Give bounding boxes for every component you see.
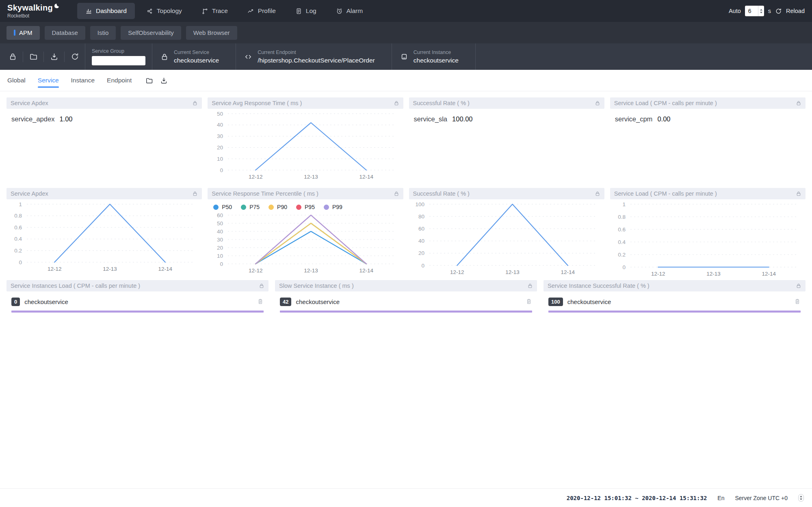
- nav-item-dashboard[interactable]: Dashboard: [77, 3, 135, 19]
- nav-item-profile[interactable]: Profile: [239, 3, 284, 19]
- folder-icon[interactable]: [23, 52, 43, 61]
- tab-service[interactable]: Service: [38, 70, 59, 91]
- reload-button[interactable]: Reload: [786, 8, 805, 14]
- refresh-icon[interactable]: [65, 52, 85, 61]
- metrics-row-1: Service Apdex service_apdex 1.00 Service…: [6, 97, 806, 182]
- card-header: Service Instances Load ( CPM - calls per…: [6, 280, 269, 291]
- lock-icon[interactable]: [595, 100, 600, 106]
- svg-text:0.2: 0.2: [14, 248, 22, 254]
- selector-value: /hipstershop.CheckoutService/PlaceOrder: [258, 57, 375, 64]
- nav-item-alarm[interactable]: Alarm: [328, 3, 371, 19]
- legend-item-p99[interactable]: P99: [324, 204, 342, 210]
- chart-area: 02040608010012-1212-1312-14: [409, 199, 604, 281]
- svg-text:12-14: 12-14: [762, 271, 776, 277]
- svg-text:0: 0: [220, 261, 223, 267]
- svg-text:20: 20: [217, 145, 223, 151]
- svg-text:12-13: 12-13: [103, 266, 117, 272]
- card-title: Service Avg Response Time ( ms ): [212, 100, 302, 106]
- lock-icon[interactable]: [796, 100, 801, 106]
- legend-dot: [213, 205, 219, 210]
- metric-value-row: service_apdex 1.00: [6, 109, 202, 129]
- lock-icon[interactable]: [527, 283, 533, 289]
- svg-text:80: 80: [418, 214, 424, 220]
- lock-icon[interactable]: [796, 283, 801, 289]
- app-logo[interactable]: Skywalking Rocketbot: [7, 4, 59, 18]
- metric-name: service_apdex: [11, 115, 54, 123]
- service-group-field: Service Group: [85, 48, 152, 65]
- selector-current-instance[interactable]: Current Instancecheckoutservice: [392, 43, 475, 70]
- svg-text:12-12: 12-12: [249, 268, 263, 274]
- selector-current-service[interactable]: Current Servicecheckoutservice: [152, 43, 236, 70]
- lock-icon[interactable]: [595, 191, 600, 196]
- language-toggle[interactable]: En: [717, 495, 724, 501]
- lock-icon[interactable]: [796, 191, 801, 196]
- legend-item-p95[interactable]: P95: [296, 204, 315, 210]
- legend-item-p75[interactable]: P75: [241, 204, 260, 210]
- nav-item-label: Dashboard: [96, 7, 127, 15]
- instance-name: checkoutservice: [567, 298, 611, 305]
- instance-row: 100checkoutservice: [548, 296, 801, 307]
- service-group-input[interactable]: [92, 56, 145, 65]
- lock-icon[interactable]: [2, 52, 23, 61]
- scope-tabs: GlobalServiceInstanceEndpoint: [7, 70, 144, 91]
- group-button-database[interactable]: Database: [45, 26, 85, 40]
- metric-value: 1.00: [59, 115, 72, 123]
- group-button-web-browser[interactable]: Web Browser: [186, 26, 237, 40]
- server-zone-stepper[interactable]: [798, 494, 804, 502]
- card-header: Service Load ( CPM - calls per minute ): [610, 97, 806, 109]
- group-button-selfobservability[interactable]: SelfObservability: [121, 26, 181, 40]
- download-icon[interactable]: [44, 52, 64, 61]
- auto-label: Auto: [729, 8, 741, 14]
- logo-subtitle: Rocketbot: [7, 13, 59, 18]
- reload-icon[interactable]: [775, 8, 782, 15]
- svg-text:12-14: 12-14: [359, 174, 374, 180]
- selector-label: Current Endpoint: [258, 50, 375, 55]
- logo-title: Skywalking: [7, 4, 53, 12]
- nav-item-log[interactable]: Log: [287, 3, 325, 19]
- tab-endpoint[interactable]: Endpoint: [107, 70, 132, 91]
- lock-icon[interactable]: [192, 100, 198, 106]
- svg-text:0: 0: [421, 263, 424, 269]
- chart-area: 00.20.40.60.8112-1212-1312-14: [6, 199, 202, 281]
- legend-dot: [241, 205, 246, 210]
- time-range-picker[interactable]: 2020-12-12 15:01:32 ~ 2020-12-14 15:31:3…: [567, 495, 707, 501]
- card-header: Successful Rate ( % ): [409, 188, 604, 199]
- legend-item-p90[interactable]: P90: [269, 204, 287, 210]
- selector-value: checkoutservice: [414, 57, 459, 64]
- card-title: Successful Rate ( % ): [413, 190, 470, 197]
- code-icon: [244, 53, 252, 61]
- svg-text:0.2: 0.2: [618, 252, 626, 258]
- profile-icon: [247, 8, 254, 15]
- stepper-arrows[interactable]: [758, 6, 764, 16]
- lock-icon[interactable]: [259, 283, 264, 289]
- tab-global[interactable]: Global: [7, 70, 26, 91]
- group-button-apm[interactable]: APM: [6, 26, 40, 40]
- legend-item-p50[interactable]: P50: [213, 204, 232, 210]
- main-nav: DashboardTopologyTraceProfileLogAlarm: [77, 0, 371, 22]
- group-button-label: Database: [52, 29, 78, 36]
- card-header: Successful Rate ( % ): [409, 97, 604, 109]
- selector-current-endpoint[interactable]: Current Endpoint/hipstershop.CheckoutSer…: [236, 43, 392, 70]
- tab-instance[interactable]: Instance: [71, 70, 95, 91]
- nav-item-trace[interactable]: Trace: [193, 3, 236, 19]
- import-icon[interactable]: [160, 77, 168, 84]
- chart-area: 0102030405012-1212-1312-14: [208, 109, 403, 184]
- divider: [475, 43, 476, 70]
- copy-icon[interactable]: [257, 298, 264, 305]
- group-button-istio[interactable]: Istio: [90, 26, 116, 40]
- card-header: Service Instance Successful Rate ( % ): [543, 280, 806, 291]
- crescent-icon: [53, 4, 59, 12]
- lock-icon[interactable]: [394, 191, 399, 196]
- copy-icon[interactable]: [794, 298, 801, 305]
- nav-item-label: Alarm: [346, 7, 363, 15]
- nav-item-label: Log: [306, 7, 316, 15]
- context-selectors: Current ServicecheckoutserviceCurrent En…: [152, 43, 476, 70]
- auto-interval-input[interactable]: 6: [745, 6, 764, 16]
- copy-icon[interactable]: [526, 298, 532, 305]
- card-header: Service Apdex: [6, 97, 202, 109]
- folder-icon[interactable]: [145, 77, 153, 84]
- lock-icon[interactable]: [394, 100, 399, 106]
- nav-item-topology[interactable]: Topology: [138, 3, 190, 19]
- lock-icon[interactable]: [192, 191, 198, 196]
- svg-text:30: 30: [217, 237, 223, 243]
